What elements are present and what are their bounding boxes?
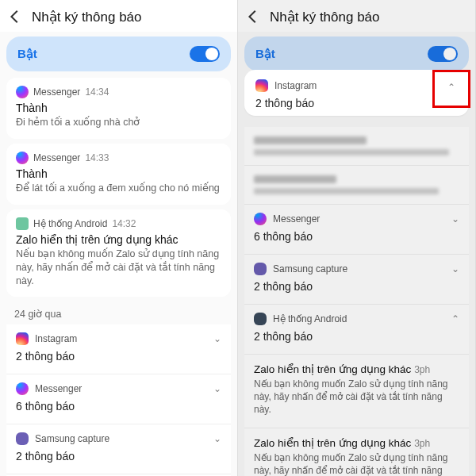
chevron-down-icon: ⌄ (451, 213, 459, 225)
notif-app-name: Hệ thống Android (33, 218, 107, 229)
notif-app-name: Messenger (33, 152, 80, 163)
chevron-up-icon: ⌃ (451, 313, 459, 324)
chevron-up-icon: ⌃ (447, 82, 455, 93)
chevron-down-icon: ⌄ (213, 383, 221, 394)
master-toggle-row[interactable]: Bật (6, 36, 231, 71)
master-toggle-switch[interactable] (428, 46, 458, 62)
summary-row-instagram[interactable]: Instagram ⌄ 2 thông báo (6, 324, 231, 374)
master-toggle-row[interactable]: Bật (244, 36, 469, 71)
messenger-icon (254, 213, 267, 225)
summary-app-name: Samsung capture (273, 263, 347, 274)
blurred-notification-2[interactable] (244, 166, 469, 205)
detail-body: Nếu bạn không muốn Zalo sử dụng tính năn… (254, 451, 459, 476)
page-title: Nhật ký thông báo (32, 9, 142, 25)
notif-body: Nếu bạn không muốn Zalo sử dụng tính năn… (16, 248, 221, 288)
summary-row-samsung[interactable]: Samsung capture ⌄ 2 thông báo (6, 424, 231, 474)
chevron-down-icon: ⌄ (213, 433, 221, 444)
summary-row-android[interactable]: Hệ thống Android ⌃ 2 thông báo (244, 305, 469, 355)
summary-app-name: Hệ thống Android (273, 313, 347, 324)
content-area: Messenger 14:34 Thành Đi hẻm tối a xuống… (0, 78, 237, 476)
messenger-icon (16, 382, 29, 395)
notif-title: Zalo hiển thị trên ứng dụng khác (16, 233, 221, 246)
master-toggle-switch[interactable] (190, 46, 220, 62)
master-toggle-label: Bật (255, 47, 275, 61)
notif-app-name: Messenger (33, 86, 80, 98)
instagram-icon (255, 79, 268, 92)
summary-count: 2 thông báo (16, 350, 221, 363)
content-area: Messenger ⌄ 6 thông báo Samsung capture … (238, 127, 475, 476)
gear-icon (254, 313, 267, 325)
highlight-collapse-chevron[interactable]: ⌃ (432, 70, 470, 108)
header: Nhật ký thông báo (0, 0, 237, 32)
chevron-down-icon: ⌄ (451, 263, 459, 274)
notif-time: 14:32 (112, 218, 136, 229)
summary-count: 2 thông báo (254, 280, 459, 293)
summary-count: 2 thông báo (255, 97, 458, 109)
notif-title: Thành (16, 102, 221, 114)
detail-time: 3ph (414, 438, 430, 449)
detail-body: Nếu bạn không muốn Zalo sử dụng tính năn… (254, 378, 459, 416)
screen-right: Nhật ký thông báo Bật Instagram 2 thông … (238, 0, 476, 476)
back-icon[interactable] (244, 8, 262, 25)
messenger-icon (16, 86, 29, 98)
notif-time: 14:34 (85, 86, 109, 98)
notification-card[interactable]: Hệ thống Android 14:32 Zalo hiển thị trê… (6, 209, 231, 298)
notif-time: 14:33 (85, 152, 109, 163)
notif-body: Đi hẻm tối a xuống nhà chở (16, 116, 221, 129)
page-title: Nhật ký thông báo (270, 9, 380, 25)
instagram-icon (16, 332, 29, 345)
summary-app-name: Messenger (273, 213, 320, 225)
summary-count: 6 thông báo (16, 400, 221, 413)
detail-title: Zalo hiển thị trên ứng dụng khác 3ph (254, 363, 459, 375)
detail-title: Zalo hiển thị trên ứng dụng khác 3ph (254, 436, 459, 449)
summary-app-name: Messenger (35, 383, 82, 394)
summary-app-name: Instagram (35, 333, 77, 344)
notification-card[interactable]: Messenger 14:33 Thành Để lát tối a xuống… (6, 144, 231, 205)
summary-app-name: Instagram (274, 80, 317, 91)
summary-row-samsung[interactable]: Samsung capture ⌄ 2 thông báo (244, 255, 469, 305)
notif-title: Thành (16, 167, 221, 180)
chevron-down-icon: ⌄ (213, 333, 221, 344)
android-icon (16, 217, 29, 230)
summary-app-name: Samsung capture (35, 433, 109, 444)
samsung-capture-icon (16, 432, 29, 445)
android-detail-row[interactable]: Zalo hiển thị trên ứng dụng khác 3ph Nếu… (244, 355, 469, 428)
detail-time: 3ph (414, 364, 430, 375)
back-icon[interactable] (6, 8, 24, 25)
header: Nhật ký thông báo (238, 0, 475, 32)
summary-count: 6 thông báo (254, 230, 459, 243)
summary-row-messenger[interactable]: Messenger ⌄ 6 thông báo (6, 374, 231, 424)
android-detail-row[interactable]: Zalo hiển thị trên ứng dụng khác 3ph Nếu… (244, 428, 469, 476)
messenger-icon (16, 152, 29, 164)
summary-row-messenger[interactable]: Messenger ⌄ 6 thông báo (244, 205, 469, 255)
screen-left: Nhật ký thông báo Bật Messenger 14:34 Th… (0, 0, 238, 476)
summary-count: 2 thông báo (16, 450, 221, 463)
notif-body: Để lát tối a xuống a đem xuống cho nó mi… (16, 182, 221, 195)
master-toggle-label: Bật (17, 47, 37, 61)
summary-count: 2 thông báo (254, 330, 459, 343)
notification-card[interactable]: Messenger 14:34 Thành Đi hẻm tối a xuống… (6, 78, 231, 139)
blurred-notification-1[interactable] (244, 127, 469, 166)
section-24h-label: 24 giờ qua (0, 301, 237, 324)
samsung-capture-icon (254, 263, 267, 275)
